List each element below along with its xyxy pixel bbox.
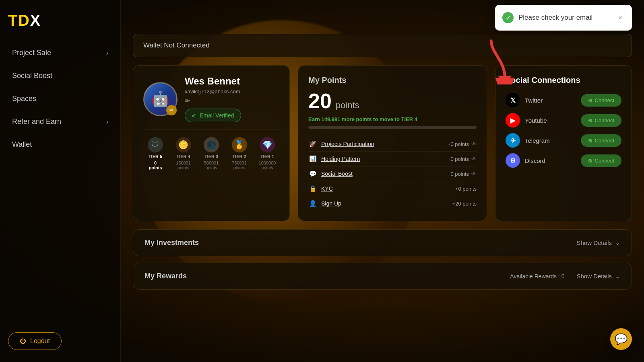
- logo: TDX: [8, 12, 41, 29]
- divider: [143, 130, 279, 130]
- chevron-down-icon: ⌄: [615, 273, 620, 280]
- eye-icon: 👁: [471, 141, 477, 147]
- kyc-link[interactable]: KYC: [321, 185, 333, 192]
- profile-card: 🤖 ✏ Wes Bennet xavikaj712@ahaks.com ✏ ✔ …: [133, 65, 290, 221]
- avatar-wrap: 🤖 ✏: [143, 82, 178, 116]
- tier-4-points: 150001points: [176, 160, 191, 170]
- social-boost-link[interactable]: Social Boost: [321, 171, 353, 177]
- svg-marker-1: [498, 76, 512, 84]
- points-label: points: [336, 100, 359, 111]
- my-investments-section: My Investments Show Details ⌄: [133, 229, 632, 256]
- twitter-icon: 𝕏: [506, 93, 520, 107]
- telegram-connect-button[interactable]: ⊕ Connect: [581, 134, 621, 147]
- sidebar-item-spaces[interactable]: Spaces: [0, 87, 120, 110]
- kyc-value: +0 points: [455, 186, 477, 192]
- points-value: 20: [308, 89, 332, 113]
- earn-tier: TIER 4: [401, 116, 417, 122]
- points-list: 🚀 Projects Participation +0 points 👁 📊 H…: [308, 137, 477, 211]
- investments-show-details[interactable]: Show Details ⌄: [576, 239, 620, 247]
- profile-email: xavikaj712@ahaks.com: [185, 88, 241, 95]
- sidebar: TDX Project Sale › Social Boost Spaces R…: [0, 0, 121, 362]
- tier-row: 🛡 TIER 5 0points 🪙 TIER 4 150001points 🌑…: [143, 137, 279, 170]
- toast-check-icon: ✓: [502, 12, 514, 23]
- holding-value: +0 points 👁: [448, 156, 477, 162]
- youtube-connect-button[interactable]: ⊕ Connect: [581, 114, 621, 127]
- list-item: 🚀 Projects Participation +0 points 👁: [308, 137, 477, 152]
- chat-fab-button[interactable]: 💬: [610, 328, 632, 350]
- wallet-banner-text: Wallet Not Connected: [143, 41, 210, 49]
- tier-2-points: 750001points: [232, 160, 247, 170]
- sidebar-item-wallet[interactable]: Wallet: [0, 133, 120, 156]
- telegram-label: Telegram: [525, 137, 550, 144]
- signup-value: +20 points: [452, 201, 477, 207]
- social-connections-card: Social Connections 𝕏 Twitter ⊕ Connect ▶…: [495, 65, 632, 221]
- projects-value: +0 points 👁: [448, 141, 477, 147]
- projects-icon: 🚀: [308, 140, 317, 148]
- telegram-icon: ✈: [506, 133, 520, 148]
- profile-edit-icon[interactable]: ✏: [185, 97, 241, 105]
- email-verified-badge: ✔ Email Verified: [185, 109, 241, 122]
- rewards-title: My Rewards: [144, 272, 187, 280]
- logout-button[interactable]: ⏻ Logout: [8, 332, 62, 350]
- plus-icon: ⊕: [588, 117, 592, 123]
- holding-pattern-link[interactable]: Holding Pattern: [321, 156, 360, 162]
- discord-label: Discord: [525, 157, 545, 164]
- projects-participation-link[interactable]: Projects Participation: [321, 141, 374, 147]
- progress-bar-background: [308, 126, 477, 129]
- list-item: 👤 Sign Up +20 points: [308, 196, 477, 211]
- tier-item-2: 🥇 TIER 2 750001points: [227, 137, 252, 170]
- sidebar-item-refer-earn[interactable]: Refer and Earn ›: [0, 110, 120, 133]
- youtube-icon: ▶: [506, 113, 520, 128]
- rewards-show-details[interactable]: Show Details ⌄: [576, 273, 620, 280]
- sidebar-item-label: Social Boost: [12, 72, 52, 80]
- tier-3-label: TIER 3: [204, 154, 218, 159]
- wallet-not-connected-banner: Wallet Not Connected: [133, 34, 632, 57]
- twitter-item: 𝕏 Twitter ⊕ Connect: [506, 93, 621, 107]
- list-item: 📊 Holding Pattern +0 points 👁: [308, 152, 477, 167]
- sidebar-item-label: Refer and Earn: [12, 117, 61, 126]
- tier-1-label: TIER 1: [260, 154, 274, 159]
- tier-item-5: 🛡 TIER 5 0points: [143, 137, 167, 170]
- twitter-connect-button[interactable]: ⊕ Connect: [581, 94, 621, 107]
- toast-close-button[interactable]: ×: [618, 14, 622, 21]
- youtube-item: ▶ Youtube ⊕ Connect: [506, 113, 621, 128]
- points-card: My Points 20 points Earn 149,981 more po…: [298, 65, 487, 221]
- toast-notification: ✓ Please check your email ×: [495, 5, 632, 31]
- main-content: 💳 Connect Wallet Wallet Not Connected 🤖 …: [121, 0, 644, 362]
- tier-1-icon: 💎: [260, 137, 275, 152]
- cards-row: 🤖 ✏ Wes Bennet xavikaj712@ahaks.com ✏ ✔ …: [133, 65, 632, 221]
- check-icon: ✔: [192, 112, 196, 119]
- plus-icon: ⊕: [588, 97, 592, 103]
- tier-item-1: 💎 TIER 1 1000000points: [255, 137, 279, 170]
- signup-link[interactable]: Sign Up: [321, 200, 341, 207]
- show-details-label: Show Details: [576, 273, 612, 280]
- list-item: 🔒 KYC +0 points: [308, 181, 477, 196]
- discord-icon: ⚙: [506, 153, 520, 168]
- sidebar-item-social-boost[interactable]: Social Boost: [0, 64, 120, 87]
- points-card-title: My Points: [308, 76, 477, 85]
- discord-item: ⚙ Discord ⊕ Connect: [506, 153, 621, 168]
- tier-3-points: 500001points: [204, 160, 219, 170]
- profile-top: 🤖 ✏ Wes Bennet xavikaj712@ahaks.com ✏ ✔ …: [143, 76, 279, 122]
- sidebar-item-project-sale[interactable]: Project Sale ›: [0, 41, 120, 64]
- tier-1-points: 1000000points: [259, 160, 276, 170]
- avatar-edit-button[interactable]: ✏: [166, 105, 177, 115]
- my-rewards-section: My Rewards Available Rewards : 0 Show De…: [133, 263, 632, 290]
- telegram-item: ✈ Telegram ⊕ Connect: [506, 133, 621, 148]
- discord-connect-button[interactable]: ⊕ Connect: [581, 154, 621, 167]
- social-boost-value: +0 points 👁: [448, 171, 477, 177]
- eye-icon: 👁: [471, 156, 477, 162]
- investments-title: My Investments: [144, 239, 199, 247]
- toast-message: Please check your email: [518, 14, 613, 22]
- list-item: 💬 Social Boost +0 points 👁: [308, 167, 477, 181]
- points-display: 20 points: [308, 89, 477, 113]
- logout-label: Logout: [30, 337, 50, 345]
- kyc-icon: 🔒: [308, 185, 317, 192]
- sidebar-item-label: Spaces: [12, 95, 36, 103]
- nav-items: Project Sale › Social Boost Spaces Refer…: [0, 41, 120, 324]
- tier-2-label: TIER 2: [232, 154, 246, 159]
- chevron-right-icon: ›: [106, 118, 108, 125]
- holding-icon: 📊: [308, 155, 317, 162]
- chevron-down-icon: ⌄: [615, 239, 620, 247]
- verified-label: Email Verified: [200, 112, 234, 119]
